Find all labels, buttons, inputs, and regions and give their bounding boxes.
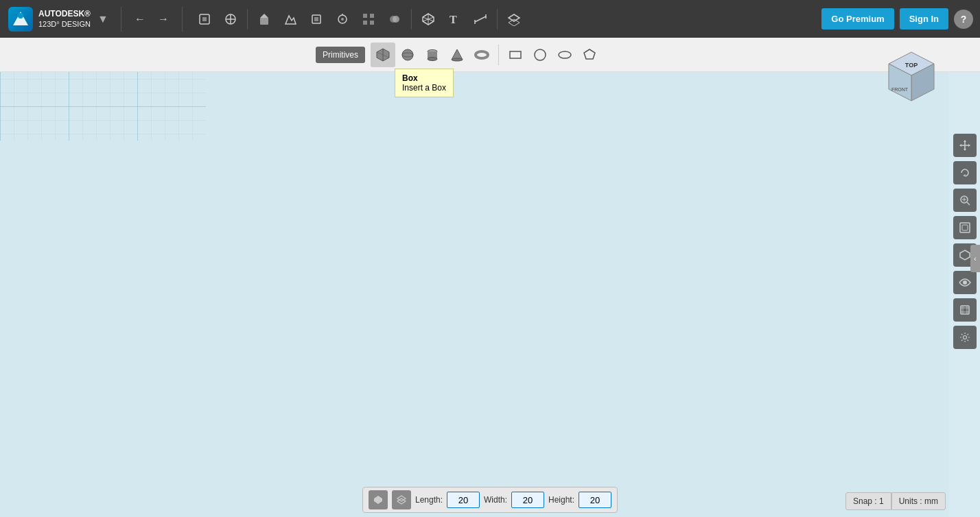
logo-dropdown-icon[interactable]: ▼ <box>97 13 108 25</box>
app-logo-icon <box>8 7 33 32</box>
prim-cone-button[interactable] <box>445 43 469 67</box>
svg-point-0 <box>18 13 23 19</box>
logo-text: AUTODESK® 123D° DESIGN <box>38 9 91 29</box>
sketch-tool-button[interactable] <box>278 7 303 32</box>
svg-text:FRONT: FRONT <box>891 87 909 92</box>
svg-text:T: T <box>450 14 457 25</box>
svg-marker-28 <box>509 19 520 26</box>
view-cube-svg: TOP FRONT <box>879 47 944 112</box>
svg-marker-7 <box>260 14 268 18</box>
rotate-view-button[interactable] <box>953 161 977 184</box>
primitives-bar: Primitives <box>0 38 980 72</box>
svg-marker-67 <box>968 144 970 147</box>
svg-point-36 <box>428 57 437 60</box>
svg-rect-73 <box>960 223 970 232</box>
svg-point-38 <box>452 58 463 61</box>
svg-marker-75 <box>960 250 970 260</box>
svg-point-76 <box>963 280 967 285</box>
svg-line-24 <box>475 16 486 22</box>
nav-controls: ← → <box>126 9 178 29</box>
toolbar-sep-2 <box>411 9 412 29</box>
svg-line-70 <box>967 202 970 205</box>
svg-marker-65 <box>964 149 966 151</box>
layers-icon-button[interactable] <box>392 490 411 509</box>
svg-rect-13 <box>363 14 367 18</box>
go-premium-button[interactable]: Go Premium <box>821 8 894 29</box>
pattern-tool-button[interactable] <box>356 7 381 32</box>
prim-torus-button[interactable] <box>469 43 494 67</box>
svg-rect-9 <box>314 17 318 21</box>
primitives-tool-button[interactable] <box>252 7 277 32</box>
shape-circle-button[interactable] <box>528 43 552 67</box>
toolbar-divider <box>121 7 121 32</box>
main-toolbar: T <box>187 7 821 32</box>
shape-ellipse-button[interactable] <box>552 43 577 67</box>
bottom-panel: Length: Width: Height: <box>0 483 980 517</box>
svg-point-42 <box>559 51 571 58</box>
svg-rect-74 <box>962 225 968 230</box>
top-bar: AUTODESK® 123D° DESIGN ▼ ← → <box>0 0 980 38</box>
layers-tool-button[interactable] <box>502 7 526 32</box>
combine-tool-button[interactable] <box>382 7 407 32</box>
select-tool-button[interactable] <box>192 7 217 32</box>
right-edge-tab[interactable]: ‹ <box>970 245 980 272</box>
prim-cylinder-button[interactable] <box>420 43 445 67</box>
svg-rect-6 <box>260 18 268 25</box>
show-hide-button[interactable] <box>953 271 977 294</box>
toolbar-sep-1 <box>247 9 248 29</box>
move-view-button[interactable] <box>953 134 977 157</box>
svg-marker-43 <box>584 49 595 59</box>
modify-tool-button[interactable] <box>330 7 355 32</box>
input-panel: Length: Width: Height: <box>362 487 618 513</box>
svg-point-82 <box>963 336 966 339</box>
view3d-tool-button[interactable] <box>416 7 441 32</box>
svg-marker-66 <box>959 144 961 147</box>
svg-text:TOP: TOP <box>905 62 918 69</box>
primitives-label[interactable]: Primitives <box>316 47 365 63</box>
svg-marker-64 <box>964 140 966 142</box>
height-label: Height: <box>548 495 574 505</box>
prim-sphere-button[interactable] <box>395 43 420 67</box>
right-panel <box>949 38 980 517</box>
undo-button[interactable]: ← <box>130 9 150 29</box>
svg-rect-16 <box>370 21 374 25</box>
svg-point-39 <box>476 51 488 58</box>
settings-button[interactable] <box>953 326 977 349</box>
svg-point-32 <box>402 49 413 60</box>
svg-rect-2 <box>202 17 207 21</box>
view-cube-container[interactable]: TOP FRONT <box>879 47 944 115</box>
transform-tool-button[interactable] <box>218 7 243 32</box>
zoom-view-button[interactable] <box>953 189 977 212</box>
fit-view-button[interactable] <box>953 216 977 239</box>
sign-in-button[interactable]: Sign In <box>900 8 948 29</box>
canvas-area[interactable]: 250 225 200 <box>0 38 980 517</box>
length-label: Length: <box>415 495 443 505</box>
logo-area: AUTODESK® 123D° DESIGN ▼ <box>0 7 117 32</box>
prim-box-button[interactable] <box>371 43 395 67</box>
svg-point-18 <box>393 16 399 23</box>
text-tool-button[interactable]: T <box>442 7 467 32</box>
measure-tool-button[interactable] <box>468 7 493 32</box>
toolbar-divider-2 <box>182 7 183 32</box>
help-button[interactable]: ? <box>954 10 973 29</box>
shape-rect-button[interactable] <box>503 43 528 67</box>
prim-separator <box>498 45 499 65</box>
toolbar-sep-3 <box>497 9 498 29</box>
svg-point-41 <box>535 49 546 60</box>
svg-point-11 <box>341 18 344 21</box>
redo-button[interactable]: → <box>153 9 174 29</box>
svg-rect-15 <box>363 21 367 25</box>
height-input[interactable] <box>579 492 611 508</box>
shape-polygon-button[interactable] <box>577 43 602 67</box>
svg-marker-27 <box>509 14 520 21</box>
width-label: Width: <box>484 495 507 505</box>
render-button[interactable] <box>953 298 977 322</box>
solid-icon-button[interactable] <box>369 490 388 509</box>
construct-tool-button[interactable] <box>304 7 329 32</box>
length-input[interactable] <box>447 492 480 508</box>
svg-rect-14 <box>370 14 374 18</box>
width-input[interactable] <box>511 492 544 508</box>
svg-marker-83 <box>374 496 382 504</box>
svg-rect-77 <box>961 306 969 314</box>
svg-rect-40 <box>510 51 521 58</box>
